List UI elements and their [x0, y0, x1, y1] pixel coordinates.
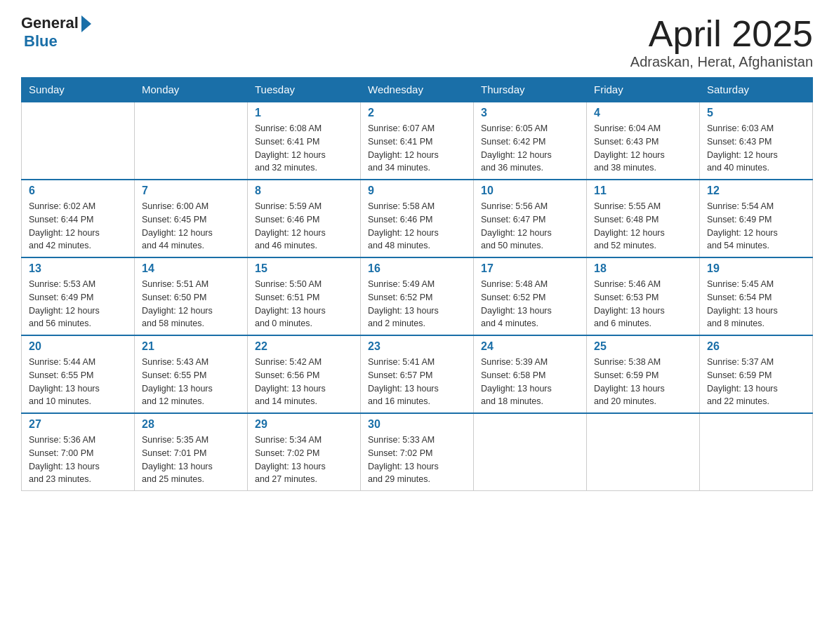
calendar-cell: 23Sunrise: 5:41 AM Sunset: 6:57 PM Dayli… — [361, 335, 474, 413]
day-info: Sunrise: 5:34 AM Sunset: 7:02 PM Dayligh… — [255, 434, 353, 486]
calendar-header-row: SundayMondayTuesdayWednesdayThursdayFrid… — [22, 78, 813, 102]
day-info: Sunrise: 5:42 AM Sunset: 6:56 PM Dayligh… — [255, 356, 353, 408]
day-number: 1 — [255, 107, 353, 119]
calendar-cell: 20Sunrise: 5:44 AM Sunset: 6:55 PM Dayli… — [22, 335, 135, 413]
day-info: Sunrise: 6:04 AM Sunset: 6:43 PM Dayligh… — [594, 122, 692, 175]
day-number: 9 — [368, 185, 466, 197]
day-number: 26 — [707, 340, 805, 353]
day-number: 15 — [255, 262, 353, 275]
page-header: General Blue April 2025 Adraskan, Herat,… — [21, 14, 813, 70]
day-number: 22 — [255, 340, 353, 353]
calendar-cell: 22Sunrise: 5:42 AM Sunset: 6:56 PM Dayli… — [248, 335, 361, 413]
day-info: Sunrise: 5:51 AM Sunset: 6:50 PM Dayligh… — [142, 278, 240, 330]
calendar-cell: 8Sunrise: 5:59 AM Sunset: 6:46 PM Daylig… — [248, 180, 361, 257]
day-number: 16 — [368, 262, 466, 275]
day-info: Sunrise: 6:08 AM Sunset: 6:41 PM Dayligh… — [255, 122, 353, 175]
day-info: Sunrise: 5:58 AM Sunset: 6:46 PM Dayligh… — [368, 200, 466, 253]
logo-blue-text: Blue — [24, 32, 91, 51]
calendar-cell: 24Sunrise: 5:39 AM Sunset: 6:58 PM Dayli… — [474, 335, 587, 413]
calendar-cell: 28Sunrise: 5:35 AM Sunset: 7:01 PM Dayli… — [135, 413, 248, 491]
calendar-cell: 21Sunrise: 5:43 AM Sunset: 6:55 PM Dayli… — [135, 335, 248, 413]
calendar-cell: 30Sunrise: 5:33 AM Sunset: 7:02 PM Dayli… — [361, 413, 474, 491]
day-number: 11 — [594, 185, 692, 197]
calendar-cell: 6Sunrise: 6:02 AM Sunset: 6:44 PM Daylig… — [22, 180, 135, 257]
calendar-cell: 10Sunrise: 5:56 AM Sunset: 6:47 PM Dayli… — [474, 180, 587, 257]
day-number: 3 — [481, 107, 579, 119]
day-number: 4 — [594, 107, 692, 119]
day-info: Sunrise: 6:05 AM Sunset: 6:42 PM Dayligh… — [481, 122, 579, 175]
calendar-day-header: Sunday — [22, 78, 135, 102]
day-number: 2 — [368, 107, 466, 119]
day-number: 5 — [707, 107, 805, 119]
day-info: Sunrise: 5:49 AM Sunset: 6:52 PM Dayligh… — [368, 278, 466, 330]
calendar-cell — [700, 413, 813, 491]
day-number: 29 — [255, 418, 353, 431]
day-info: Sunrise: 5:35 AM Sunset: 7:01 PM Dayligh… — [142, 434, 240, 486]
day-info: Sunrise: 6:02 AM Sunset: 6:44 PM Dayligh… — [29, 200, 127, 253]
calendar-day-header: Wednesday — [361, 78, 474, 102]
calendar-cell: 26Sunrise: 5:37 AM Sunset: 6:59 PM Dayli… — [700, 335, 813, 413]
calendar-cell: 29Sunrise: 5:34 AM Sunset: 7:02 PM Dayli… — [248, 413, 361, 491]
calendar-cell: 11Sunrise: 5:55 AM Sunset: 6:48 PM Dayli… — [587, 180, 700, 257]
calendar-cell: 14Sunrise: 5:51 AM Sunset: 6:50 PM Dayli… — [135, 257, 248, 335]
page-subtitle: Adraskan, Herat, Afghanistan — [630, 54, 813, 70]
calendar-cell: 12Sunrise: 5:54 AM Sunset: 6:49 PM Dayli… — [700, 180, 813, 257]
day-number: 30 — [368, 418, 466, 431]
day-number: 8 — [255, 185, 353, 197]
day-number: 27 — [29, 418, 127, 431]
calendar-day-header: Friday — [587, 78, 700, 102]
logo: General Blue — [21, 14, 91, 51]
day-number: 28 — [142, 418, 240, 431]
day-number: 18 — [594, 262, 692, 275]
calendar-cell: 25Sunrise: 5:38 AM Sunset: 6:59 PM Dayli… — [587, 335, 700, 413]
day-number: 12 — [707, 185, 805, 197]
day-number: 24 — [481, 340, 579, 353]
calendar-cell: 18Sunrise: 5:46 AM Sunset: 6:53 PM Dayli… — [587, 257, 700, 335]
day-number: 20 — [29, 340, 127, 353]
calendar-cell — [135, 102, 248, 180]
calendar-cell: 5Sunrise: 6:03 AM Sunset: 6:43 PM Daylig… — [700, 102, 813, 180]
page-title: April 2025 — [630, 14, 813, 54]
day-number: 6 — [29, 185, 127, 197]
logo-general-text: General — [21, 14, 79, 32]
calendar-week-row: 20Sunrise: 5:44 AM Sunset: 6:55 PM Dayli… — [22, 335, 813, 413]
calendar-day-header: Monday — [135, 78, 248, 102]
calendar-cell: 13Sunrise: 5:53 AM Sunset: 6:49 PM Dayli… — [22, 257, 135, 335]
calendar-cell: 15Sunrise: 5:50 AM Sunset: 6:51 PM Dayli… — [248, 257, 361, 335]
calendar-week-row: 6Sunrise: 6:02 AM Sunset: 6:44 PM Daylig… — [22, 180, 813, 257]
day-number: 10 — [481, 185, 579, 197]
calendar-cell — [474, 413, 587, 491]
day-number: 21 — [142, 340, 240, 353]
calendar-cell: 17Sunrise: 5:48 AM Sunset: 6:52 PM Dayli… — [474, 257, 587, 335]
calendar-day-header: Saturday — [700, 78, 813, 102]
day-info: Sunrise: 5:50 AM Sunset: 6:51 PM Dayligh… — [255, 278, 353, 330]
calendar-cell: 19Sunrise: 5:45 AM Sunset: 6:54 PM Dayli… — [700, 257, 813, 335]
day-info: Sunrise: 5:38 AM Sunset: 6:59 PM Dayligh… — [594, 356, 692, 408]
day-info: Sunrise: 5:36 AM Sunset: 7:00 PM Dayligh… — [29, 434, 127, 486]
day-info: Sunrise: 5:39 AM Sunset: 6:58 PM Dayligh… — [481, 356, 579, 408]
day-info: Sunrise: 5:33 AM Sunset: 7:02 PM Dayligh… — [368, 434, 466, 486]
day-info: Sunrise: 6:03 AM Sunset: 6:43 PM Dayligh… — [707, 122, 805, 175]
day-info: Sunrise: 6:00 AM Sunset: 6:45 PM Dayligh… — [142, 200, 240, 253]
calendar-day-header: Thursday — [474, 78, 587, 102]
day-info: Sunrise: 5:37 AM Sunset: 6:59 PM Dayligh… — [707, 356, 805, 408]
day-info: Sunrise: 5:56 AM Sunset: 6:47 PM Dayligh… — [481, 200, 579, 253]
calendar-cell: 4Sunrise: 6:04 AM Sunset: 6:43 PM Daylig… — [587, 102, 700, 180]
calendar-table: SundayMondayTuesdayWednesdayThursdayFrid… — [21, 77, 813, 491]
day-number: 17 — [481, 262, 579, 275]
day-info: Sunrise: 5:45 AM Sunset: 6:54 PM Dayligh… — [707, 278, 805, 330]
day-info: Sunrise: 5:44 AM Sunset: 6:55 PM Dayligh… — [29, 356, 127, 408]
day-info: Sunrise: 5:54 AM Sunset: 6:49 PM Dayligh… — [707, 200, 805, 253]
day-info: Sunrise: 5:43 AM Sunset: 6:55 PM Dayligh… — [142, 356, 240, 408]
day-number: 25 — [594, 340, 692, 353]
day-number: 13 — [29, 262, 127, 275]
calendar-cell: 27Sunrise: 5:36 AM Sunset: 7:00 PM Dayli… — [22, 413, 135, 491]
logo-arrow-icon — [81, 15, 91, 32]
day-number: 7 — [142, 185, 240, 197]
calendar-cell: 3Sunrise: 6:05 AM Sunset: 6:42 PM Daylig… — [474, 102, 587, 180]
calendar-cell: 16Sunrise: 5:49 AM Sunset: 6:52 PM Dayli… — [361, 257, 474, 335]
title-section: April 2025 Adraskan, Herat, Afghanistan — [630, 14, 813, 70]
calendar-week-row: 13Sunrise: 5:53 AM Sunset: 6:49 PM Dayli… — [22, 257, 813, 335]
calendar-day-header: Tuesday — [248, 78, 361, 102]
calendar-week-row: 27Sunrise: 5:36 AM Sunset: 7:00 PM Dayli… — [22, 413, 813, 491]
